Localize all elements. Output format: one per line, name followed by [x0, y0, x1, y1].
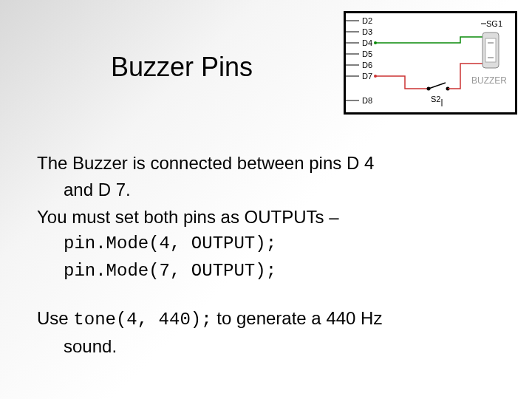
code-line: pin.Mode(4, OUTPUT);	[37, 232, 495, 256]
text-run: to generate a 440 Hz	[212, 308, 383, 328]
paragraph-line: The Buzzer is connected between pins D 4	[37, 151, 495, 175]
svg-rect-13	[485, 38, 496, 62]
code-line: pin.Mode(7, OUTPUT);	[37, 259, 495, 283]
code-inline: tone(4, 440);	[73, 310, 211, 330]
page-title: Buzzer Pins	[111, 52, 253, 83]
sg-label: SG1	[486, 19, 502, 28]
pin-label: D8	[362, 96, 372, 105]
svg-point-8	[374, 75, 377, 78]
paragraph-line: Use tone(4, 440); to generate a 440 Hz	[37, 307, 495, 332]
pin-label: D7	[362, 72, 372, 81]
pin-label: D6	[362, 61, 372, 69]
pin-label: D3	[362, 27, 372, 36]
switch-label: S2	[431, 95, 440, 103]
paragraph-line: and D 7.	[37, 178, 495, 202]
schematic-diagram: D2 D3 D4 D5 D6 D7 D8 SG1	[344, 11, 517, 115]
text-run: Use	[37, 308, 73, 328]
pin-label: D2	[362, 16, 372, 25]
pin-label: D4	[362, 38, 372, 47]
svg-point-7	[374, 41, 377, 44]
paragraph-line: You must set both pins as OUTPUTs –	[37, 205, 495, 229]
paragraph-line: sound.	[37, 335, 495, 358]
body-content: The Buzzer is connected between pins D 4…	[37, 151, 495, 362]
buzzer-label: BUZZER	[471, 75, 507, 86]
svg-line-10	[429, 83, 446, 89]
pin-label: D5	[362, 50, 372, 58]
